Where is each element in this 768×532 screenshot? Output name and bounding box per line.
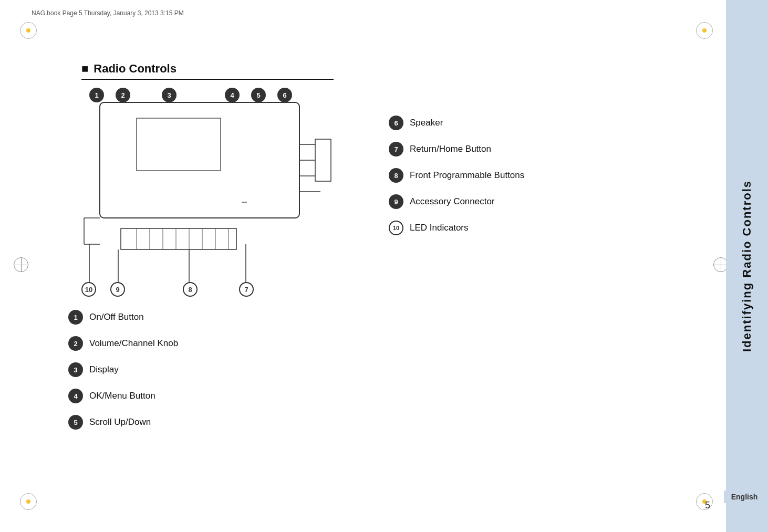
legend-item-1: 1 On/Off Button	[68, 310, 178, 325]
legend-left: 1 On/Off Button 2 Volume/Channel Knob 3 …	[68, 310, 178, 441]
legend-text-4: OK/Menu Button	[89, 391, 155, 401]
diagram-label-4: 4	[225, 88, 240, 102]
legend-circle-7: 7	[389, 142, 403, 157]
legend-text-6: Speaker	[410, 118, 443, 128]
reg-mark-inner	[702, 28, 707, 33]
legend-circle-4: 4	[68, 389, 83, 403]
diagram-label-3: 3	[162, 88, 177, 102]
diagram-label-6: 6	[277, 88, 292, 102]
reg-mark-top-left	[20, 22, 37, 39]
legend-circle-9: 9	[389, 194, 403, 209]
diagram-label-5: 5	[251, 88, 266, 102]
svg-rect-7	[137, 118, 221, 171]
legend-circle-5: 5	[68, 415, 83, 430]
svg-rect-13	[121, 228, 236, 249]
legend-item-4: 4 OK/Menu Button	[68, 389, 178, 403]
sidebar-text: Identifying Radio Controls	[740, 180, 754, 352]
legend-item-9: 9 Accessory Connector	[389, 194, 524, 209]
svg-rect-11	[315, 139, 331, 181]
reg-mark-inner	[26, 28, 30, 33]
section-title: ■ Radio Controls	[81, 62, 177, 76]
svg-rect-0	[100, 102, 299, 218]
legend-circle-8: 8	[389, 168, 403, 183]
language-label: English	[724, 491, 765, 503]
reg-mark-top-right	[696, 22, 713, 39]
legend-item-8: 8 Front Programmable Buttons	[389, 168, 524, 183]
legend-item-10: 10 LED Indicators	[389, 221, 524, 235]
diagram-label-10: 10	[81, 282, 96, 297]
page-number: 5	[705, 500, 710, 511]
header-text: NAG.book Page 5 Thursday, January 3, 201…	[32, 9, 184, 17]
diagram-label-9: 9	[110, 282, 125, 297]
legend-circle-3: 3	[68, 362, 83, 377]
legend-text-7: Return/Home Button	[410, 144, 491, 154]
legend-circle-2: 2	[68, 336, 83, 351]
reg-mark-bottom-left	[20, 493, 37, 510]
reg-mark-inner	[26, 499, 30, 504]
legend-item-6: 6 Speaker	[389, 116, 524, 130]
legend-text-2: Volume/Channel Knob	[89, 338, 178, 349]
sidebar-panel: Identifying Radio Controls	[726, 0, 768, 532]
section-title-text: Radio Controls	[94, 62, 177, 76]
legend-text-10: LED Indicators	[410, 223, 469, 233]
diagram-label-2: 2	[116, 88, 130, 102]
legend-text-9: Accessory Connector	[410, 196, 495, 207]
legend-text-1: On/Off Button	[89, 312, 144, 322]
section-title-prefix: ■	[81, 62, 88, 76]
legend-circle-1: 1	[68, 310, 83, 325]
legend-item-7: 7 Return/Home Button	[389, 142, 524, 157]
diagram-svg	[68, 81, 362, 302]
radio-diagram: 1 2 3 4 5 6 10 9 8 7	[68, 81, 362, 302]
legend-text-8: Front Programmable Buttons	[410, 170, 524, 181]
diagram-label-8: 8	[183, 282, 198, 297]
legend-text-3: Display	[89, 364, 119, 375]
diagram-label-7: 7	[239, 282, 254, 297]
legend-circle-10: 10	[389, 221, 403, 235]
section-title-bar	[81, 79, 334, 80]
legend-right: 6 Speaker 7 Return/Home Button 8 Front P…	[389, 116, 524, 247]
legend-item-2: 2 Volume/Channel Knob	[68, 336, 178, 351]
diagram-label-1: 1	[89, 88, 104, 102]
legend-item-5: 5 Scroll Up/Down	[68, 415, 178, 430]
legend-item-3: 3 Display	[68, 362, 178, 377]
legend-text-5: Scroll Up/Down	[89, 417, 151, 427]
legend-circle-6: 6	[389, 116, 403, 130]
